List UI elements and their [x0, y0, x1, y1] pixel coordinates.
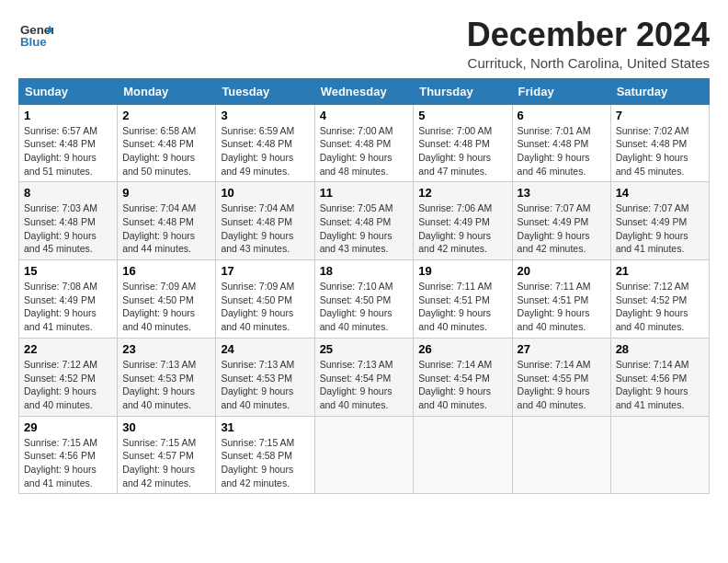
day-20: 20 Sunrise: 7:11 AMSunset: 4:51 PMDaylig…: [512, 260, 610, 339]
day-16: 16 Sunrise: 7:09 AMSunset: 4:50 PMDaylig…: [118, 260, 216, 339]
day-8: 8 Sunrise: 7:03 AMSunset: 4:48 PMDayligh…: [19, 182, 118, 260]
day-26: 26 Sunrise: 7:14 AMSunset: 4:54 PMDaylig…: [414, 338, 512, 416]
col-tuesday: Tuesday: [216, 78, 314, 104]
day-13: 13 Sunrise: 7:07 AMSunset: 4:49 PMDaylig…: [512, 182, 610, 260]
title-block: December 2024 Currituck, North Carolina,…: [467, 17, 710, 71]
day-9: 9 Sunrise: 7:04 AMSunset: 4:48 PMDayligh…: [118, 182, 216, 260]
calendar-table: Sunday Monday Tuesday Wednesday Thursday…: [18, 78, 710, 495]
day-3: 3 Sunrise: 6:59 AMSunset: 4:48 PMDayligh…: [216, 104, 314, 182]
month-title: December 2024: [467, 17, 710, 53]
day-27: 27 Sunrise: 7:14 AMSunset: 4:55 PMDaylig…: [512, 338, 610, 416]
logo: General Blue: [18, 17, 53, 52]
day-29: 29 Sunrise: 7:15 AMSunset: 4:56 PMDaylig…: [19, 416, 118, 494]
empty-cell-4: [610, 416, 709, 494]
day-5: 5 Sunrise: 7:00 AMSunset: 4:48 PMDayligh…: [414, 104, 512, 182]
location: Currituck, North Carolina, United States: [467, 55, 710, 71]
week-row-3: 15 Sunrise: 7:08 AMSunset: 4:49 PMDaylig…: [19, 260, 710, 339]
day-23: 23 Sunrise: 7:13 AMSunset: 4:53 PMDaylig…: [118, 338, 216, 416]
col-saturday: Saturday: [610, 78, 709, 104]
day-12: 12 Sunrise: 7:06 AMSunset: 4:49 PMDaylig…: [414, 182, 512, 260]
day-4: 4 Sunrise: 7:00 AMSunset: 4:48 PMDayligh…: [314, 104, 414, 182]
day-30: 30 Sunrise: 7:15 AMSunset: 4:57 PMDaylig…: [118, 416, 216, 494]
svg-text:Blue: Blue: [20, 35, 47, 49]
day-2: 2 Sunrise: 6:58 AMSunset: 4:48 PMDayligh…: [118, 104, 216, 182]
day-24: 24 Sunrise: 7:13 AMSunset: 4:53 PMDaylig…: [216, 338, 314, 416]
empty-cell-2: [414, 416, 512, 494]
col-wednesday: Wednesday: [314, 78, 414, 104]
day-25: 25 Sunrise: 7:13 AMSunset: 4:54 PMDaylig…: [314, 338, 414, 416]
page-container: General Blue December 2024 Currituck, No…: [0, 0, 728, 503]
day-1: 1 Sunrise: 6:57 AMSunset: 4:48 PMDayligh…: [19, 104, 118, 182]
logo-icon: General Blue: [18, 17, 53, 52]
empty-cell-1: [314, 416, 414, 494]
day-19: 19 Sunrise: 7:11 AMSunset: 4:51 PMDaylig…: [414, 260, 512, 339]
day-10: 10 Sunrise: 7:04 AMSunset: 4:48 PMDaylig…: [216, 182, 314, 260]
day-6: 6 Sunrise: 7:01 AMSunset: 4:48 PMDayligh…: [512, 104, 610, 182]
week-row-1: 1 Sunrise: 6:57 AMSunset: 4:48 PMDayligh…: [19, 104, 710, 182]
header: General Blue December 2024 Currituck, No…: [18, 17, 710, 71]
empty-cell-3: [512, 416, 610, 494]
day-14: 14 Sunrise: 7:07 AMSunset: 4:49 PMDaylig…: [610, 182, 709, 260]
week-row-4: 22 Sunrise: 7:12 AMSunset: 4:52 PMDaylig…: [19, 338, 710, 416]
day-18: 18 Sunrise: 7:10 AMSunset: 4:50 PMDaylig…: [314, 260, 414, 339]
day-31: 31 Sunrise: 7:15 AMSunset: 4:58 PMDaylig…: [216, 416, 314, 494]
day-22: 22 Sunrise: 7:12 AMSunset: 4:52 PMDaylig…: [19, 338, 118, 416]
col-thursday: Thursday: [414, 78, 512, 104]
week-row-2: 8 Sunrise: 7:03 AMSunset: 4:48 PMDayligh…: [19, 182, 710, 260]
week-row-5: 29 Sunrise: 7:15 AMSunset: 4:56 PMDaylig…: [19, 416, 710, 494]
weekday-header-row: Sunday Monday Tuesday Wednesday Thursday…: [19, 78, 710, 104]
col-friday: Friday: [512, 78, 610, 104]
day-21: 21 Sunrise: 7:12 AMSunset: 4:52 PMDaylig…: [610, 260, 709, 339]
day-15: 15 Sunrise: 7:08 AMSunset: 4:49 PMDaylig…: [19, 260, 118, 339]
col-monday: Monday: [118, 78, 216, 104]
day-28: 28 Sunrise: 7:14 AMSunset: 4:56 PMDaylig…: [610, 338, 709, 416]
day-17: 17 Sunrise: 7:09 AMSunset: 4:50 PMDaylig…: [216, 260, 314, 339]
day-7: 7 Sunrise: 7:02 AMSunset: 4:48 PMDayligh…: [610, 104, 709, 182]
col-sunday: Sunday: [19, 78, 118, 104]
day-11: 11 Sunrise: 7:05 AMSunset: 4:48 PMDaylig…: [314, 182, 414, 260]
